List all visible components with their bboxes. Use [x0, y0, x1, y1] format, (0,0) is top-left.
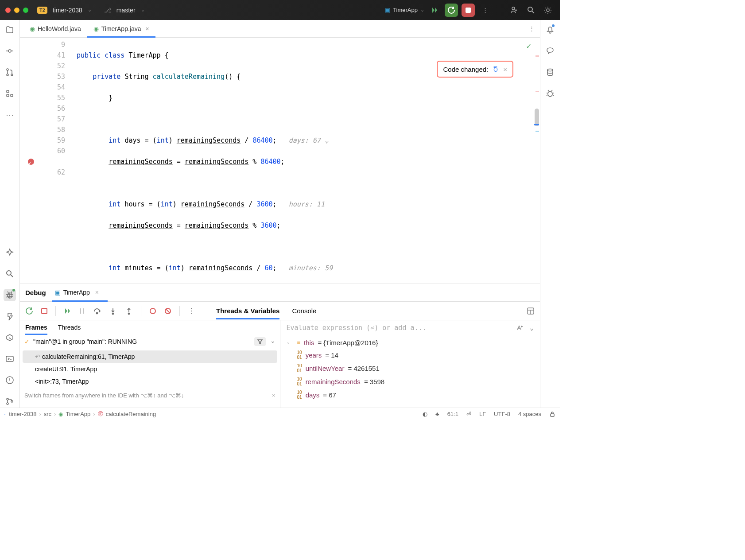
svg-point-5 — [7, 69, 8, 70]
variable-row[interactable]: 1001 years = 14 — [285, 348, 536, 362]
layout-settings-icon[interactable] — [527, 307, 535, 315]
svg-point-24 — [128, 313, 130, 314]
vcs-tool-icon[interactable] — [4, 395, 16, 408]
inspection-status-icon[interactable]: ✓ — [526, 41, 531, 51]
debug-rerun-button[interactable] — [445, 4, 458, 17]
find-tool-icon[interactable] — [4, 268, 16, 280]
svg-point-17 — [11, 401, 13, 402]
minimize-window-button[interactable] — [14, 8, 19, 13]
expand-icon[interactable]: › — [287, 340, 294, 346]
stack-frame[interactable]: <init>:73, TimerApp — [23, 375, 277, 388]
project-badge: T2 — [37, 7, 47, 14]
step-out-icon[interactable] — [125, 307, 133, 315]
line-separator[interactable]: LF — [479, 411, 486, 417]
stack-frame[interactable]: createUI:91, TimerApp — [23, 363, 277, 375]
close-tab-icon[interactable]: × — [146, 25, 149, 32]
run-config-icon: ▣ — [385, 7, 390, 13]
maximize-window-button[interactable] — [23, 8, 28, 13]
resume-icon[interactable] — [64, 307, 71, 315]
stack-frame[interactable]: ↶calculateRemaining:61, TimerApp — [23, 350, 277, 363]
commit-tool-icon[interactable] — [4, 45, 16, 57]
run-button[interactable] — [428, 4, 441, 17]
ai-assistant-icon[interactable] — [4, 246, 16, 259]
more-tools-icon[interactable]: ⋯ — [4, 109, 16, 121]
settings-icon[interactable] — [541, 4, 555, 17]
code-with-me-icon[interactable] — [508, 4, 521, 17]
step-over-icon[interactable] — [93, 307, 101, 315]
caret-position[interactable]: 61:1 — [447, 411, 458, 417]
close-hint-icon[interactable]: × — [272, 392, 275, 399]
newline-icon[interactable]: ⏎ — [466, 411, 471, 417]
run-configuration[interactable]: ▣ TimerApp ⌄ — [385, 7, 424, 13]
thread-selector[interactable]: ✓ "main"@1 in group "main": RUNNING ⌄ — [20, 334, 280, 349]
variable-row[interactable]: 1001 days = 67 — [285, 388, 536, 401]
terminal-tool-icon[interactable] — [4, 353, 16, 365]
filter-frames-icon[interactable] — [254, 337, 266, 346]
frames-dropdown-icon[interactable]: ⌄ — [270, 337, 275, 346]
project-dropdown-icon[interactable]: ⌄ — [88, 7, 92, 13]
close-window-button[interactable] — [5, 8, 11, 13]
tab-timerapp[interactable]: ◉ TimerApp.java × — [87, 20, 155, 37]
console-tab[interactable]: Console — [292, 303, 316, 319]
eval-input[interactable]: Evaluate expression (⏎) or add a... — [287, 324, 427, 332]
indent-settings[interactable]: 4 spaces — [518, 411, 541, 417]
debug-config-tab[interactable]: ▣ TimerApp × — [55, 289, 99, 297]
variable-row[interactable]: 1001 remainingSeconds = 3598 — [285, 375, 536, 388]
rerun-icon[interactable] — [25, 307, 33, 315]
add-watch-icon[interactable] — [516, 324, 524, 332]
close-config-icon[interactable]: × — [95, 289, 99, 296]
svg-point-6 — [7, 74, 8, 76]
code-editor[interactable]: 9 41 52 53 54 55 56 57 58 59 60 62 publi… — [20, 38, 540, 284]
tab-options-icon[interactable]: ⋮ — [524, 20, 540, 37]
breakpoint-line[interactable] — [20, 156, 65, 167]
threads-tab[interactable]: Threads — [58, 321, 81, 334]
step-into-icon[interactable] — [109, 307, 117, 315]
project-tool-icon[interactable] — [4, 23, 16, 36]
mute-breakpoints-icon[interactable] — [164, 307, 171, 315]
left-tool-rail: ⋯ — [0, 20, 20, 408]
close-notification-icon[interactable]: × — [503, 66, 507, 73]
branch-dropdown-icon[interactable]: ⌄ — [141, 7, 145, 13]
debug-tool-icon[interactable] — [4, 289, 16, 301]
indexing-icon[interactable]: ♣ — [435, 411, 439, 417]
reload-debug-icon[interactable] — [492, 65, 500, 73]
line-number: 54 — [20, 82, 65, 93]
breadcrumb-item[interactable]: timer-2038 — [9, 411, 36, 417]
editor-gutter[interactable]: 9 41 52 53 54 55 56 57 58 59 60 62 — [20, 38, 73, 284]
svg-point-23 — [113, 313, 114, 314]
file-encoding[interactable]: UTF-8 — [494, 411, 510, 417]
services-tool-icon[interactable] — [4, 331, 16, 344]
tab-helloworld[interactable]: ◉ HelloWorld.java — [23, 20, 87, 37]
variable-row[interactable]: › ≡ this = {TimerApp@2016} — [285, 337, 536, 348]
frames-tab[interactable]: Frames — [25, 321, 47, 334]
variable-row[interactable]: 1001 untilNewYear = 4261551 — [285, 362, 536, 375]
threads-variables-tab[interactable]: Threads & Variables — [216, 303, 279, 319]
structure-tool-icon[interactable] — [4, 87, 16, 100]
search-everywhere-icon[interactable] — [524, 4, 538, 17]
power-save-icon[interactable]: ◐ — [423, 411, 427, 417]
class-icon: ◉ — [58, 411, 63, 417]
problems-tool-icon[interactable] — [4, 374, 16, 386]
more-actions-button[interactable]: ⋮ — [478, 4, 492, 17]
breadcrumb-item[interactable]: src — [44, 411, 51, 417]
build-tool-icon[interactable] — [4, 310, 16, 323]
breadcrumb-item[interactable]: TimerApp — [66, 411, 90, 417]
branch-name[interactable]: master — [116, 7, 136, 14]
window-controls — [5, 8, 28, 13]
project-name[interactable]: timer-2038 — [53, 7, 82, 14]
drop-frame-icon[interactable]: ↶ — [35, 353, 40, 360]
stop-icon[interactable] — [41, 308, 47, 314]
debug-bug-icon[interactable] — [544, 87, 556, 100]
breadcrumb-item[interactable]: calculateRemaining — [106, 411, 156, 417]
pause-icon[interactable] — [79, 308, 85, 314]
readonly-lock-icon[interactable] — [549, 411, 555, 417]
database-tool-icon[interactable] — [544, 66, 556, 78]
eval-dropdown-icon[interactable]: ⌄ — [530, 324, 534, 332]
pull-requests-icon[interactable] — [4, 66, 16, 78]
view-breakpoints-icon[interactable] — [149, 307, 156, 315]
stop-button[interactable] — [462, 4, 475, 17]
editor-scrollbar[interactable] — [535, 38, 539, 284]
ai-chat-icon[interactable] — [544, 45, 556, 57]
debug-more-icon[interactable]: ⋮ — [188, 307, 195, 315]
notifications-icon[interactable] — [544, 23, 556, 36]
